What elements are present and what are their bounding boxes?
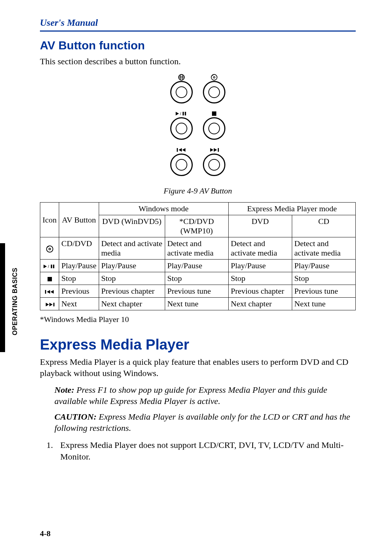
cell: CD/DVD bbox=[59, 237, 99, 260]
previous-icon bbox=[40, 285, 59, 298]
figure-caption: Figure 4-9 AV Button bbox=[40, 186, 356, 196]
svg-marker-25 bbox=[50, 290, 54, 294]
col-header-cd: CD bbox=[292, 215, 355, 237]
cell: Stop bbox=[59, 272, 99, 285]
svg-marker-12 bbox=[182, 148, 185, 152]
note-text: Press F1 to show pop up guide for Expres… bbox=[54, 385, 327, 406]
svg-rect-10 bbox=[177, 148, 178, 152]
svg-point-17 bbox=[49, 248, 50, 250]
svg-rect-20 bbox=[51, 265, 52, 268]
cell: Next chapter bbox=[99, 298, 165, 310]
svg-rect-23 bbox=[45, 290, 46, 294]
stop-icon bbox=[212, 110, 217, 117]
table-row: Next Next chapter Next tune Next chapter… bbox=[40, 298, 356, 310]
svg-marker-11 bbox=[179, 148, 182, 152]
svg-rect-15 bbox=[218, 148, 219, 152]
side-tab-text-4: ASICS bbox=[11, 268, 19, 289]
cell: Play/Pause bbox=[292, 260, 355, 272]
cell: Stop bbox=[292, 272, 355, 285]
svg-rect-28 bbox=[53, 303, 54, 306]
cell: Detect and activate media bbox=[99, 237, 165, 260]
section-indicator-bar bbox=[0, 243, 5, 352]
table-row: Previous Previous chapter Previous tune … bbox=[40, 285, 356, 298]
cell: Play/Pause bbox=[165, 260, 228, 272]
table-row: / Play/Pause Play/Pause Play/Pause Play/… bbox=[40, 260, 356, 272]
cell: Previous chapter bbox=[99, 285, 165, 298]
list-item: 1. Express Media Player does not support… bbox=[46, 440, 356, 462]
cell: Play/Pause bbox=[99, 260, 165, 272]
col-header-windows-mode: Windows mode bbox=[99, 203, 228, 215]
side-tab-text-3: B bbox=[11, 288, 19, 295]
cell: Detect and activate media bbox=[228, 237, 292, 260]
av-button-table: Icon AV Button Windows mode Express Medi… bbox=[40, 202, 356, 310]
next-icon bbox=[40, 298, 59, 310]
side-tab-text-2: PERATING bbox=[11, 295, 19, 330]
previous-icon bbox=[177, 146, 186, 154]
next-icon bbox=[209, 146, 219, 154]
side-tab-text-1: O bbox=[11, 330, 19, 335]
cell: Play/Pause bbox=[59, 260, 99, 272]
section-side-tab: OPERATING BASICS bbox=[11, 261, 19, 341]
header-rule bbox=[40, 30, 356, 32]
svg-marker-26 bbox=[46, 303, 49, 306]
cell: Previous chapter bbox=[228, 285, 292, 298]
cell: Next chapter bbox=[228, 298, 292, 310]
svg-rect-21 bbox=[53, 265, 54, 268]
caution-text: Express Media Player is available only f… bbox=[54, 412, 350, 433]
cell: Stop bbox=[165, 272, 228, 285]
list-text: Express Media Player does not support LC… bbox=[60, 440, 356, 462]
cd-dvd-icon bbox=[211, 74, 218, 81]
note-label: Note: bbox=[54, 385, 74, 395]
cell: Previous bbox=[59, 285, 99, 298]
caution-block: CAUTION: Express Media Player is availab… bbox=[54, 411, 356, 434]
stop-icon bbox=[40, 272, 59, 285]
svg-rect-8 bbox=[185, 112, 186, 115]
caution-label: CAUTION: bbox=[54, 412, 97, 421]
cd-dvd-icon bbox=[40, 237, 59, 260]
svg-text:/: / bbox=[180, 111, 181, 116]
svg-marker-5 bbox=[176, 112, 179, 115]
svg-marker-14 bbox=[214, 148, 217, 152]
svg-rect-7 bbox=[183, 112, 184, 115]
cell: Previous tune bbox=[165, 285, 228, 298]
svg-point-4 bbox=[213, 77, 215, 78]
svg-marker-24 bbox=[47, 290, 50, 294]
section1-intro: This section describes a button function… bbox=[40, 56, 356, 67]
heading-av-button-function: AV Button function bbox=[40, 39, 356, 52]
cell: Stop bbox=[228, 272, 292, 285]
cell: Play/Pause bbox=[228, 260, 292, 272]
cell: Previous tune bbox=[292, 285, 355, 298]
svg-marker-18 bbox=[44, 265, 47, 268]
heading-express-media-player: Express Media Player bbox=[40, 336, 356, 353]
running-head: User's Manual bbox=[40, 17, 356, 28]
cell: Stop bbox=[99, 272, 165, 285]
cell: Next tune bbox=[165, 298, 228, 310]
table-footnote: *Windows Media Player 10 bbox=[40, 315, 356, 324]
note-block: Note: Press F1 to show pop up guide for … bbox=[54, 384, 356, 407]
svg-rect-9 bbox=[212, 111, 216, 116]
col-header-dvd-windvd: DVD (WinDVD5) bbox=[99, 215, 165, 237]
internet-icon bbox=[178, 74, 185, 81]
cell: Next bbox=[59, 298, 99, 310]
play-pause-icon: / bbox=[40, 260, 59, 272]
svg-marker-27 bbox=[49, 303, 53, 306]
cell: Detect and activate media bbox=[165, 237, 228, 260]
svg-text:/: / bbox=[48, 264, 49, 269]
col-header-icon: Icon bbox=[40, 203, 59, 237]
express-media-intro: Express Media Player is a quick play fea… bbox=[40, 356, 356, 379]
svg-marker-13 bbox=[210, 148, 213, 152]
svg-rect-22 bbox=[48, 277, 52, 281]
list-number: 1. bbox=[46, 440, 60, 462]
table-row: CD/DVD Detect and activate media Detect … bbox=[40, 237, 356, 260]
col-header-cddvd-wmp: *CD/DVD (WMP10) bbox=[165, 215, 228, 237]
cell: Detect and activate media bbox=[292, 237, 355, 260]
col-header-express-mode: Express Media Player mode bbox=[228, 203, 355, 215]
play-pause-icon: / bbox=[176, 110, 187, 117]
table-row: Stop Stop Stop Stop Stop bbox=[40, 272, 356, 285]
col-header-av-button: AV Button bbox=[59, 203, 99, 237]
page-number: 4-8 bbox=[40, 529, 50, 538]
cell: Next tune bbox=[292, 298, 355, 310]
av-button-figure: / bbox=[40, 74, 356, 182]
col-header-dvd: DVD bbox=[228, 215, 292, 237]
